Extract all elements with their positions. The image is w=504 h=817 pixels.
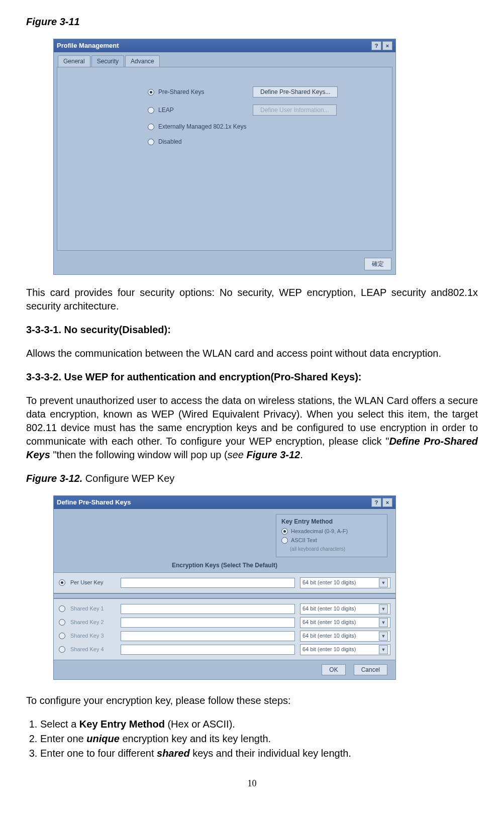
option-preshared: Pre-Shared Keys Define Pre-Shared Keys..… <box>67 86 382 97</box>
step-3: Enter one to four different shared keys … <box>40 747 478 760</box>
input-shared-4[interactable] <box>121 645 295 655</box>
figure-3-11-label: Figure 3-11 <box>26 15 478 29</box>
help-button[interactable]: ? <box>371 41 381 50</box>
step-1-b: Key Entry Method <box>79 719 165 730</box>
paragraph-1: This card provides four security options… <box>26 286 478 313</box>
tab-advance[interactable]: Advance <box>125 55 160 67</box>
radio-preshared-label: Pre-Shared Keys <box>158 88 249 96</box>
input-per-user-key[interactable] <box>121 578 295 588</box>
heading-3-3-3-1: 3-3-3-1. No security(Disabled): <box>26 323 478 337</box>
select-per-user-key-text: 64 bit (enter 10 digits) <box>303 579 356 586</box>
step-1-c: (Hex or ASCII). <box>165 719 235 730</box>
chevron-down-icon: ▼ <box>379 578 388 587</box>
p3-text-f: . <box>300 449 303 460</box>
radio-disabled-label: Disabled <box>158 138 249 146</box>
select-shared-2-text: 64 bit (enter 10 digits) <box>303 619 356 626</box>
tabs: General Security Advance <box>54 52 395 67</box>
label-shared-4: Shared Key 4 <box>70 646 116 653</box>
close-button[interactable]: × <box>382 41 392 50</box>
radio-shared-2[interactable] <box>59 619 65 626</box>
option-disabled: Disabled <box>67 138 382 146</box>
define-user-info-button: Define User Information... <box>253 105 337 116</box>
method-hex-row: Hexadecimal (0-9, A-F) <box>281 528 382 535</box>
titlebar2-buttons: ? × <box>371 498 392 507</box>
dialog-title: Profile Management <box>57 41 119 50</box>
cancel-button-2[interactable]: Cancel <box>354 664 387 675</box>
label-shared-1: Shared Key 1 <box>70 605 116 612</box>
step-2-b: unique <box>86 733 120 744</box>
label-per-user-key: Per User Key <box>70 579 116 586</box>
dialog-body: Pre-Shared Keys Define Pre-Shared Keys..… <box>57 67 392 251</box>
radio-8021x[interactable] <box>148 124 154 130</box>
ascii-subtext: (all keyboard characters) <box>290 546 382 553</box>
radio-leap-label: LEAP <box>158 106 249 114</box>
divider <box>54 593 395 598</box>
radio-ascii-label: ASCII Text <box>291 537 317 544</box>
radio-shared-4[interactable] <box>59 646 65 653</box>
define-preshared-keys-dialog: Define Pre-Shared Keys ? × Key Entry Met… <box>53 495 396 680</box>
input-shared-2[interactable] <box>121 618 295 628</box>
radio-preshared[interactable] <box>148 89 154 95</box>
radio-per-user-key[interactable] <box>59 579 65 586</box>
radio-disabled[interactable] <box>148 139 154 145</box>
input-shared-1[interactable] <box>121 604 295 614</box>
key-row-shared-3: Shared Key 3 64 bit (enter 10 digits) ▼ <box>59 631 390 642</box>
chevron-down-icon: ▼ <box>379 604 388 614</box>
step-2: Enter one unique encryption key and its … <box>40 732 478 746</box>
titlebar-buttons: ? × <box>371 41 392 50</box>
profile-management-dialog: Profile Management ? × General Security … <box>53 39 396 275</box>
select-shared-4-text: 64 bit (enter 10 digits) <box>303 646 356 653</box>
paragraph-2: Allows the communication between the WLA… <box>26 347 478 360</box>
close-button-2[interactable]: × <box>382 498 392 507</box>
select-shared-1-text: 64 bit (enter 10 digits) <box>303 605 356 612</box>
radio-hex[interactable] <box>281 528 288 535</box>
step-1: Select a Key Entry Method (Hex or ASCII)… <box>40 718 478 731</box>
titlebar: Profile Management ? × <box>54 39 395 52</box>
radio-ascii[interactable] <box>281 537 288 544</box>
page-number: 10 <box>26 777 478 789</box>
per-user-key-area: Per User Key 64 bit (enter 10 digits) ▼ <box>54 572 395 593</box>
encryption-keys-title: Encryption Keys (Select The Default) <box>54 561 395 569</box>
ok-button-2[interactable]: OK <box>322 664 345 675</box>
label-shared-3: Shared Key 3 <box>70 632 116 640</box>
radio-shared-1[interactable] <box>59 605 65 612</box>
step-3-a: Enter one to four different <box>40 748 157 759</box>
radio-leap[interactable] <box>148 107 154 114</box>
tab-security[interactable]: Security <box>91 55 124 67</box>
key-row-per-user: Per User Key 64 bit (enter 10 digits) ▼ <box>59 577 390 588</box>
radio-shared-3[interactable] <box>59 633 65 639</box>
chevron-down-icon: ▼ <box>379 645 388 654</box>
ok-button[interactable]: 確定 <box>364 258 391 270</box>
dialog2-title: Define Pre-Shared Keys <box>57 498 131 507</box>
select-per-user-key[interactable]: 64 bit (enter 10 digits) ▼ <box>300 577 390 588</box>
select-shared-3[interactable]: 64 bit (enter 10 digits) ▼ <box>300 631 390 642</box>
steps-list: Select a Key Entry Method (Hex or ASCII)… <box>26 718 478 760</box>
select-shared-4[interactable]: 64 bit (enter 10 digits) ▼ <box>300 644 390 655</box>
titlebar-2: Define Pre-Shared Keys ? × <box>54 496 395 509</box>
help-button-2[interactable]: ? <box>371 498 381 507</box>
radio-8021x-label: Externally Managed 802.1x Keys <box>158 123 249 131</box>
figure-3-12-label: Figure 3-12. Configure WEP Key <box>26 472 478 485</box>
step-2-a: Enter one <box>40 733 86 744</box>
select-shared-1[interactable]: 64 bit (enter 10 digits) ▼ <box>300 603 390 615</box>
p3-see: see <box>228 449 247 460</box>
p3-text-c: "then the following window will pop up ( <box>53 449 227 460</box>
dialog2-footer: OK Cancel <box>54 660 395 679</box>
step-1-a: Select a <box>40 719 79 730</box>
paragraph-4: To configure your encryption key, please… <box>26 694 478 707</box>
key-row-shared-1: Shared Key 1 64 bit (enter 10 digits) ▼ <box>59 603 390 615</box>
figure-2-caption: Configure WEP Key <box>82 473 174 484</box>
figure-label-text: Figure 3-11 <box>26 16 80 27</box>
key-row-shared-2: Shared Key 2 64 bit (enter 10 digits) ▼ <box>59 617 390 628</box>
define-preshared-button[interactable]: Define Pre-Shared Keys... <box>253 86 338 97</box>
input-shared-3[interactable] <box>121 631 295 641</box>
key-entry-method-group: Key Entry Method Hexadecimal (0-9, A-F) … <box>276 514 387 557</box>
tab-general[interactable]: General <box>58 55 90 67</box>
dialog-footer: 確定 <box>54 254 395 274</box>
key-entry-method-area: Key Entry Method Hexadecimal (0-9, A-F) … <box>54 509 395 560</box>
step-3-b: shared <box>157 748 190 759</box>
step-3-c: keys and their individual key length. <box>190 748 351 759</box>
chevron-down-icon: ▼ <box>379 632 388 641</box>
select-shared-2[interactable]: 64 bit (enter 10 digits) ▼ <box>300 617 390 628</box>
method-ascii-row: ASCII Text <box>281 537 382 544</box>
